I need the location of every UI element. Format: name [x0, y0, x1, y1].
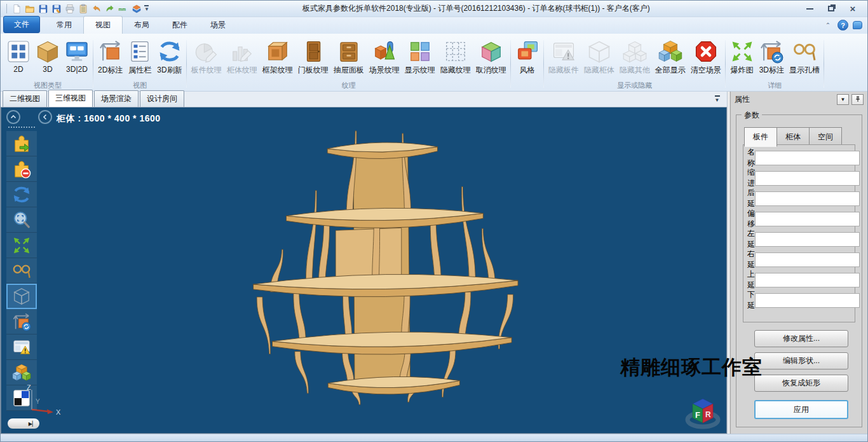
- viewport-tool-show-all[interactable]: [6, 360, 37, 385]
- ribbon-button-爆炸图[interactable]: 爆炸图: [728, 38, 757, 76]
- ribbon-button-label: 3D刷新: [157, 65, 182, 76]
- viewport-up-button[interactable]: [6, 110, 20, 124]
- viewport-tool-refresh[interactable]: [6, 182, 37, 207]
- view-tab-三维视图[interactable]: 三维视图: [48, 90, 93, 107]
- viewport-tool-zoom-fit[interactable]: [6, 207, 37, 233]
- 3d-model-bookshelf[interactable]: [1, 107, 726, 434]
- param-row: 右延: [747, 252, 850, 267]
- ribbon-button-label: 属性栏: [128, 65, 151, 76]
- param-row: 上延: [747, 272, 850, 287]
- ribbon-button-场景纹理[interactable]: 场景纹理: [367, 38, 402, 76]
- window-title: 板式家具参数化拆单软件2018(专业版) - 订单号(2016121210343…: [151, 3, 801, 14]
- unit-mm-icon[interactable]: mm: [117, 3, 129, 15]
- new-file-icon[interactable]: [10, 3, 22, 15]
- chat-icon[interactable]: [853, 21, 862, 29]
- menu-tab-视图[interactable]: 视图: [83, 16, 123, 34]
- qat-options-button[interactable]: ▼: [142, 5, 151, 12]
- toolbar-drag-handle[interactable]: [8, 127, 35, 129]
- param-input-下延[interactable]: [755, 293, 860, 308]
- deploy-icon[interactable]: [130, 3, 142, 15]
- param-input-缩进[interactable]: [755, 171, 860, 186]
- minimize-button[interactable]: [801, 4, 818, 14]
- quick-access-toolbar: mm: [1, 3, 142, 15]
- print-icon[interactable]: [64, 3, 76, 15]
- menu-tab-场景[interactable]: 场景: [199, 17, 237, 34]
- ribbon-group-items: 2D3D3D|2D: [4, 35, 92, 81]
- save-icon[interactable]: [37, 3, 49, 15]
- ribbon-group: 隐藏板件隐藏柜体隐藏其他全部显示清空场景显示或隐藏: [544, 35, 726, 91]
- svg-text:R: R: [705, 410, 711, 419]
- viewport-tool-background-color[interactable]: [6, 385, 37, 411]
- param-input-后延[interactable]: [755, 191, 860, 206]
- ribbon-button-2D[interactable]: 2D: [4, 38, 33, 74]
- edit-shape-button[interactable]: 编辑形状...: [754, 352, 848, 369]
- param-input-左延[interactable]: [755, 232, 860, 247]
- param-input-上延[interactable]: [755, 273, 860, 287]
- ribbon-button-label: 抽屉面板: [334, 65, 364, 76]
- undo-icon[interactable]: [90, 3, 102, 15]
- order-list-icon[interactable]: [77, 3, 89, 15]
- viewport-toolbar: [6, 127, 37, 411]
- viewport-back-button[interactable]: [38, 110, 52, 124]
- view-tab-设计房间[interactable]: 设计房间: [140, 90, 184, 107]
- restore-button[interactable]: [823, 4, 839, 14]
- panel-dropdown-icon[interactable]: ▼: [837, 94, 849, 105]
- menu-tab-文件[interactable]: 文件: [3, 16, 40, 33]
- ribbon-button-3D刷新[interactable]: 3D刷新: [154, 38, 184, 76]
- ribbon-button-框架纹理[interactable]: 框架纹理: [260, 38, 295, 76]
- param-tab-板件[interactable]: 板件: [744, 127, 777, 147]
- ribbon-button-属性栏[interactable]: 属性栏: [125, 38, 154, 76]
- ribbon-button-显示孔槽[interactable]: 显示孔槽: [787, 38, 822, 76]
- refresh-3d-icon: [158, 39, 182, 64]
- param-row: 左延: [747, 231, 850, 247]
- ribbon-button-门板纹理[interactable]: 门板纹理: [295, 38, 331, 76]
- apply-button[interactable]: 应用: [754, 400, 848, 419]
- view-tab-场景渲染[interactable]: 场景渲染: [94, 90, 139, 107]
- ribbon-button-label: 清空场景: [691, 65, 721, 76]
- cancel-tex-icon: [479, 39, 503, 64]
- ribbon-button-清空场景[interactable]: 清空场景: [688, 38, 724, 76]
- viewport-slider[interactable]: ▶▏: [8, 418, 39, 429]
- ribbon-button-抽屉面板[interactable]: 抽屉面板: [331, 38, 367, 76]
- viewport-tool-hide-panel[interactable]: [6, 335, 37, 360]
- menu-tab-常用[interactable]: 常用: [45, 17, 83, 34]
- ribbon-button-显示纹理[interactable]: 显示纹理: [402, 38, 438, 76]
- redo-icon[interactable]: [104, 3, 116, 15]
- ribbon-button-隐藏纹理[interactable]: 隐藏纹理: [438, 38, 473, 76]
- ribbon-button-全部显示[interactable]: 全部显示: [653, 38, 688, 76]
- ribbon-button-取消纹理[interactable]: 取消纹理: [473, 38, 509, 76]
- viewport-tool-explode[interactable]: [6, 233, 37, 258]
- param-input-右延[interactable]: [755, 252, 860, 267]
- ribbon-button-3D[interactable]: 3D: [33, 38, 62, 74]
- viewport-tool-add-part[interactable]: [6, 131, 37, 156]
- ribbon-button-风格[interactable]: 风格: [513, 38, 542, 76]
- param-label-左延: 左延: [747, 228, 755, 250]
- param-label-缩进: 缩进: [747, 167, 755, 189]
- param-input-偏移[interactable]: [755, 212, 860, 226]
- ribbon-button-2D标注[interactable]: 2D标注: [95, 38, 125, 76]
- menu-tab-配件[interactable]: 配件: [161, 17, 199, 34]
- help-icon[interactable]: ?: [837, 20, 848, 31]
- modify-properties-button[interactable]: 修改属性...: [754, 330, 848, 347]
- restore-rectangle-button[interactable]: 恢复成矩形: [754, 375, 848, 392]
- save-as-icon[interactable]: [50, 3, 62, 15]
- ribbon-button-label: 3D|2D: [66, 65, 88, 74]
- panel-pin-icon[interactable]: [851, 94, 864, 105]
- ribbon-button-3D标注[interactable]: 3D标注: [757, 38, 787, 76]
- svg-text:X: X: [56, 408, 61, 416]
- viewport-tool-remove-part[interactable]: [6, 156, 37, 182]
- view-tab-二维视图[interactable]: 二维视图: [3, 90, 47, 107]
- viewport-tool-wireframe[interactable]: [6, 284, 37, 309]
- param-label-偏移: 偏移: [747, 208, 755, 230]
- param-input-名称[interactable]: [755, 151, 860, 165]
- viewport-tool-show-holes[interactable]: [6, 258, 37, 284]
- close-button[interactable]: ×: [844, 4, 861, 14]
- collapse-ribbon-icon[interactable]: ⌃: [823, 20, 833, 31]
- open-icon[interactable]: [24, 3, 36, 15]
- view-tabs-menu-icon[interactable]: ▼: [712, 95, 722, 104]
- ribbon-button-3D|2D[interactable]: 3D|2D: [62, 38, 92, 74]
- viewport-3d[interactable]: 柜体 : 1600 * 400 * 1600 ▶▏ Z Y X: [1, 107, 727, 434]
- menu-tab-布局[interactable]: 布局: [123, 17, 161, 34]
- viewport-tool-dim-3d[interactable]: [6, 309, 37, 335]
- ribbon-group-items: 爆炸图3D标注显示孔槽: [728, 35, 822, 81]
